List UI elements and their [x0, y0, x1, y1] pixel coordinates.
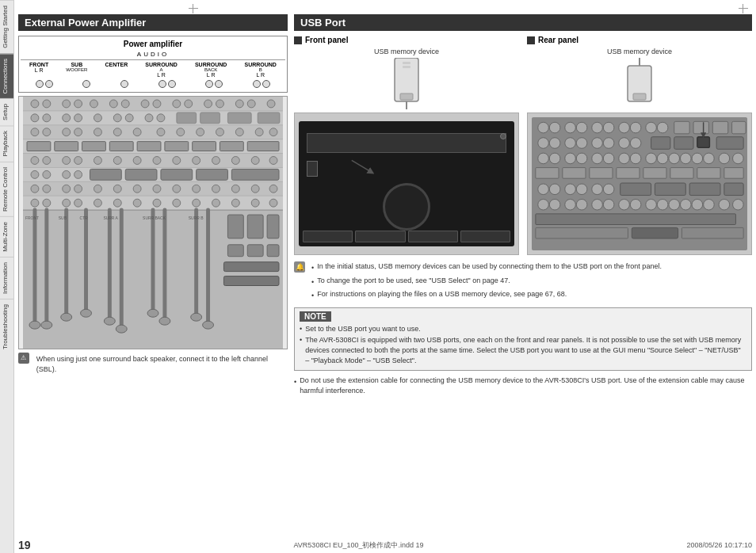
svg-point-217	[565, 184, 576, 195]
svg-rect-222	[655, 183, 685, 196]
sidebar-item-information[interactable]: Information	[0, 257, 13, 299]
svg-rect-92	[231, 169, 279, 180]
svg-rect-90	[161, 169, 193, 180]
front-l-connector	[36, 80, 44, 88]
svg-point-236	[680, 199, 691, 210]
svg-point-197	[619, 153, 630, 164]
sidebar-item-getting-started[interactable]: Getting Started	[0, 0, 13, 53]
svg-point-86	[63, 170, 71, 178]
channel-surround-a: SURROUND A L R	[145, 62, 177, 78]
bullet-item-1: • In the initial status, USB memory devi…	[311, 261, 662, 273]
center-connector	[120, 80, 128, 88]
svg-rect-145	[247, 245, 263, 257]
svg-rect-156	[400, 93, 413, 100]
svg-point-98	[113, 185, 121, 193]
warning-icon: ⚠	[18, 353, 29, 364]
crosshair-top-left	[189, 4, 198, 13]
svg-rect-210	[617, 168, 640, 179]
rear-usb-device-container	[527, 58, 752, 109]
svg-rect-176	[693, 121, 708, 134]
svg-point-103	[212, 185, 220, 193]
front-usb-device-container	[294, 58, 519, 109]
svg-rect-46	[258, 113, 280, 124]
sub-connectors	[82, 80, 90, 88]
svg-point-81	[231, 157, 239, 165]
front-r-connector	[45, 80, 53, 88]
svg-rect-213	[697, 168, 720, 179]
svg-point-171	[619, 122, 630, 133]
svg-point-231	[619, 199, 630, 210]
rear-device-image	[527, 113, 752, 255]
svg-point-56	[197, 128, 204, 136]
svg-point-93	[31, 185, 39, 193]
sidebar-item-setup[interactable]: Setup	[0, 98, 13, 125]
svg-point-75	[113, 157, 121, 165]
sidebar-item-remote-control[interactable]: Remote Control	[0, 162, 13, 216]
svg-point-96	[74, 185, 82, 193]
svg-point-32	[247, 100, 255, 108]
sidebar-item-playback[interactable]: Playback	[0, 125, 13, 161]
svg-text:SUB: SUB	[59, 216, 67, 220]
svg-point-184	[603, 138, 614, 149]
svg-point-132	[116, 325, 127, 333]
side-navigation: Getting Started Connections Setup Playba…	[0, 0, 14, 553]
svg-point-78	[173, 157, 181, 165]
svg-point-71	[43, 157, 51, 165]
svg-rect-242	[536, 227, 628, 238]
svg-rect-178	[732, 121, 746, 134]
svg-point-166	[549, 122, 560, 133]
svg-point-111	[94, 199, 101, 207]
svg-point-39	[113, 114, 121, 122]
caution-bullets: • In the initial status, USB memory devi…	[311, 261, 662, 303]
svg-rect-89	[125, 169, 157, 180]
svg-point-185	[619, 138, 630, 149]
svg-rect-142	[247, 215, 263, 238]
svg-point-50	[74, 128, 82, 136]
note-box-title: NOTE	[300, 311, 331, 322]
svg-point-192	[549, 153, 560, 164]
svg-point-237	[692, 199, 703, 210]
svg-point-95	[63, 185, 71, 193]
svg-point-49	[63, 128, 71, 136]
svg-point-194	[576, 153, 587, 164]
main-content: External Power Amplifier Power amplifier…	[14, 0, 756, 553]
svg-rect-241	[536, 214, 736, 225]
svg-point-20	[63, 100, 71, 108]
surround-a-l-connector	[158, 80, 166, 88]
sidebar-item-connections[interactable]: Connections	[0, 53, 13, 98]
svg-point-73	[74, 157, 82, 165]
svg-text:SURR BACK: SURR BACK	[143, 216, 166, 220]
svg-point-140	[203, 321, 214, 329]
svg-point-112	[113, 199, 121, 207]
sidebar-item-multi-zone[interactable]: Multi-Zone	[0, 216, 13, 257]
center-connectors	[120, 80, 128, 88]
audio-label: AUDIO	[21, 51, 285, 60]
svg-rect-212	[670, 168, 693, 179]
svg-point-82	[251, 157, 259, 165]
svg-point-36	[63, 114, 71, 122]
svg-point-52	[113, 128, 121, 136]
svg-point-117	[212, 199, 220, 207]
svg-point-42	[157, 114, 165, 122]
svg-point-77	[153, 157, 161, 165]
svg-rect-211	[643, 168, 666, 179]
channel-center: CENTER	[105, 62, 128, 78]
surround-a-r-connector	[168, 80, 176, 88]
svg-point-97	[94, 185, 101, 193]
svg-rect-177	[712, 121, 727, 134]
svg-point-227	[565, 199, 576, 210]
surround-back-l-connector	[205, 80, 213, 88]
svg-point-131	[104, 317, 115, 325]
rear-usb-device-label: USB memory device	[527, 48, 752, 55]
svg-rect-66	[165, 142, 189, 151]
svg-rect-61	[27, 142, 51, 151]
svg-point-35	[43, 114, 51, 122]
svg-point-40	[125, 114, 133, 122]
caution-icon: 🔔	[294, 261, 305, 273]
svg-point-113	[133, 199, 141, 207]
rear-panel-section: Rear panel USB memory device	[527, 36, 752, 255]
svg-rect-209	[590, 168, 613, 179]
svg-rect-68	[220, 142, 243, 151]
sidebar-item-troubleshooting[interactable]: Troubleshooting	[0, 299, 13, 354]
svg-point-240	[733, 199, 744, 210]
